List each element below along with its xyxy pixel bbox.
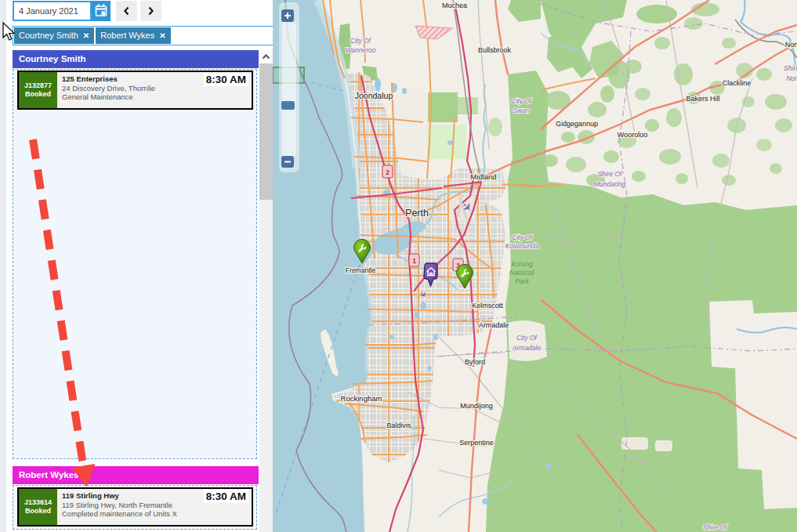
svg-text:Shire Of: Shire Of [597,170,623,178]
svg-text:City Of: City Of [516,334,538,342]
svg-text:Wanneroo: Wanneroo [345,46,375,54]
svg-text:Bullsbrook: Bullsbrook [478,46,512,54]
svg-text:Armadale: Armadale [479,321,509,329]
svg-text:Serpentine: Serpentine [459,439,494,447]
svg-text:City Of: City Of [350,37,372,45]
svg-text:Shire: Shire [784,64,797,72]
svg-text:Kelmscott: Kelmscott [472,302,503,309]
svg-text:Northam: Northam [785,41,797,49]
svg-text:City Of: City Of [512,233,534,241]
svg-text:Wooroloo: Wooroloo [618,131,647,139]
svg-text:Nor: Nor [786,74,797,82]
svg-text:Swan: Swan [513,107,530,114]
svg-text:Korung: Korung [511,260,533,268]
svg-text:National: National [509,269,534,277]
svg-text:Mundijong: Mundijong [460,402,493,410]
svg-text:Kolamunda: Kolamunda [505,242,538,250]
svg-text:Gidgegannup: Gidgegannup [556,120,598,128]
svg-text:Shire Of: Shire Of [702,523,728,531]
svg-text:Bakers Hill: Bakers Hill [686,95,719,103]
svg-text:Fremantle: Fremantle [346,266,376,274]
svg-text:Perth: Perth [405,208,429,219]
svg-text:Clackline: Clackline [723,79,752,87]
svg-text:Mundaring: Mundaring [594,180,625,188]
svg-text:1: 1 [412,257,416,265]
svg-text:Muchea: Muchea [442,2,467,9]
svg-text:Rockingham: Rockingham [341,394,382,403]
svg-text:2: 2 [386,168,389,176]
svg-text:Baldivis: Baldivis [386,422,411,429]
svg-text:Armadale: Armadale [512,344,542,352]
svg-text:Joondalup: Joondalup [355,91,393,100]
svg-text:Midland: Midland [470,172,496,181]
svg-text:Park: Park [515,277,529,285]
svg-text:Byford: Byford [465,358,485,366]
svg-text:City Of: City Of [511,97,533,105]
